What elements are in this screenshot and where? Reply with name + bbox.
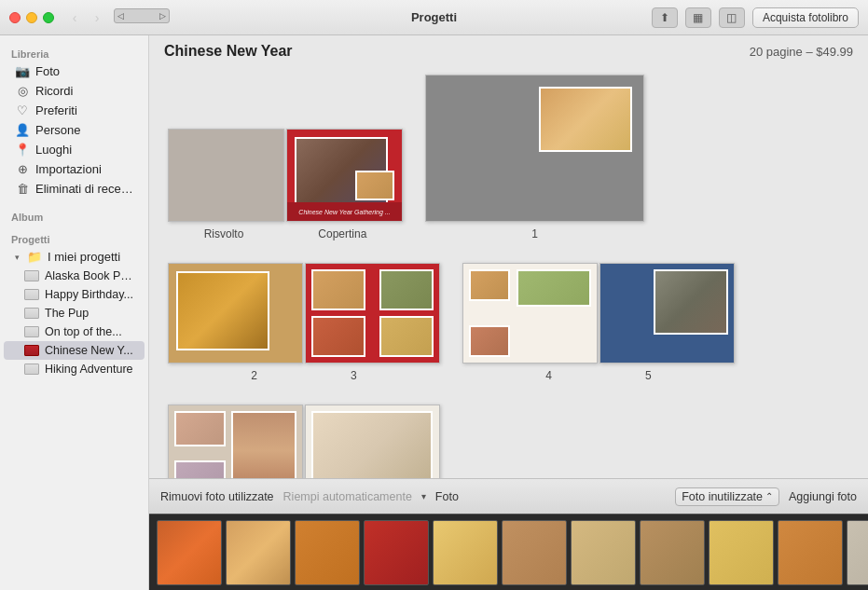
page-2-label: 2 bbox=[251, 369, 257, 382]
titlebar-right: ⬆ ▦ ◫ Acquista fotolibro bbox=[652, 7, 859, 28]
maximize-button[interactable] bbox=[43, 12, 54, 23]
filmstrip-thumb-9[interactable] bbox=[709, 520, 774, 585]
sidebar-item-miei-progetti[interactable]: ▾ 📁 I miei progetti bbox=[4, 247, 145, 267]
fill-auto-button[interactable]: Riempi automaticamente bbox=[283, 490, 412, 503]
p5-photo bbox=[654, 269, 728, 335]
pages-45-spread[interactable] bbox=[462, 263, 735, 364]
page-4[interactable] bbox=[462, 263, 598, 364]
app-body: Libreria 📷 Foto ◎ Ricordi ♡ Preferiti 👤 … bbox=[0, 35, 868, 590]
p7-photo bbox=[311, 411, 433, 478]
window-title: Progetti bbox=[411, 10, 457, 24]
back-cover-label: Risvolto bbox=[204, 227, 244, 240]
filmstrip-thumb-11[interactable] bbox=[847, 520, 868, 585]
bottom-toolbar: Rimuovi foto utilizzate Riempi automatic… bbox=[149, 478, 868, 514]
pages-45-labels: 4 5 bbox=[545, 369, 651, 382]
slider-control[interactable]: ◁ ▷ bbox=[114, 8, 170, 23]
filmstrip-thumb-4[interactable] bbox=[364, 520, 429, 585]
buy-photobook-button[interactable]: Acquista fotolibro bbox=[752, 7, 859, 28]
titlebar: ‹ › ◁ ▷ Progetti ⬆ ▦ ◫ Acquista fotolibr… bbox=[0, 0, 868, 35]
filmstrip-thumb-7[interactable] bbox=[571, 520, 636, 585]
sidebar-item-alaska[interactable]: Alaska Book Pr... bbox=[4, 267, 145, 285]
forward-button[interactable]: › bbox=[88, 8, 106, 27]
sidebar-item-birthday[interactable]: Happy Birthday... bbox=[4, 285, 145, 304]
page-4-label: 4 bbox=[545, 369, 552, 382]
sidebar-item-ricordi[interactable]: ◎ Ricordi bbox=[4, 81, 145, 101]
unused-arrow-icon: ⌃ bbox=[765, 491, 773, 501]
memories-icon: ◎ bbox=[15, 84, 30, 98]
pages-row-1: Chinese New Year Gathering ... Risvolto … bbox=[168, 75, 849, 240]
filmstrip-thumb-8[interactable] bbox=[640, 520, 705, 585]
p4-photo-bl bbox=[469, 325, 510, 357]
filmstrip-thumb-3[interactable] bbox=[295, 520, 360, 585]
sidebar-item-hiking[interactable]: Hiking Adventure bbox=[4, 360, 145, 378]
share-icon-button[interactable]: ⬆ bbox=[652, 7, 678, 28]
folder-icon: 📁 bbox=[27, 250, 42, 264]
filmstrip-thumb-5[interactable] bbox=[433, 520, 498, 585]
sidebar-item-pup[interactable]: The Pup bbox=[4, 304, 145, 322]
pages-23-spread[interactable] bbox=[168, 263, 440, 364]
p3-photo-bl bbox=[311, 316, 365, 357]
unused-photos-dropdown[interactable]: Foto inutilizzate ⌃ bbox=[675, 487, 779, 506]
sidebar-item-luoghi[interactable]: 📍 Luoghi bbox=[4, 140, 145, 159]
p3-photo-br bbox=[379, 316, 434, 357]
page-3[interactable] bbox=[305, 263, 440, 364]
sidebar-icon: ◫ bbox=[726, 11, 737, 24]
page-3-label: 3 bbox=[351, 369, 357, 382]
front-cover-page[interactable]: Chinese New Year Gathering ... bbox=[286, 129, 403, 222]
minimize-button[interactable] bbox=[26, 12, 37, 23]
grid-icon: ▦ bbox=[693, 11, 703, 24]
toolbar-right-group: Foto inutilizzate ⌃ Aggiungi foto bbox=[675, 487, 857, 506]
traffic-lights bbox=[9, 12, 54, 23]
view-toggle-button[interactable]: ▦ bbox=[685, 7, 711, 28]
cover-labels: Risvolto Copertina bbox=[204, 227, 367, 240]
sidebar-item-persone[interactable]: 👤 Persone bbox=[4, 120, 145, 140]
book-icon bbox=[24, 270, 39, 281]
filmstrip-thumb-1[interactable] bbox=[157, 520, 222, 585]
sidebar-item-preferiti[interactable]: ♡ Preferiti bbox=[4, 101, 145, 120]
sidebar-item-eliminati[interactable]: 🗑 Eliminati di recente bbox=[4, 179, 145, 199]
filmstrip-thumb-2[interactable] bbox=[226, 520, 291, 585]
import-icon: ⊕ bbox=[15, 162, 30, 176]
content-area: Chinese New Year 20 pagine – $49.99 bbox=[149, 35, 868, 590]
page-2[interactable] bbox=[168, 263, 303, 364]
libreria-section-label: Libreria bbox=[0, 43, 148, 62]
cover-photo-small bbox=[355, 171, 394, 200]
fill-dropdown-arrow-icon[interactable]: ▾ bbox=[421, 491, 426, 501]
page-6[interactable] bbox=[168, 405, 303, 478]
sidebar-item-importazioni[interactable]: ⊕ Importazioni bbox=[4, 159, 145, 179]
back-button[interactable]: ‹ bbox=[65, 8, 84, 27]
cover-text-band: Chinese New Year Gathering ... bbox=[287, 202, 402, 221]
project-title: Chinese New Year bbox=[164, 43, 293, 60]
camera-icon: 📷 bbox=[15, 64, 30, 78]
share-icon: ⬆ bbox=[660, 11, 669, 24]
project-meta: 20 pagine – $49.99 bbox=[750, 45, 853, 59]
remove-used-button[interactable]: Rimuovi foto utilizzate bbox=[160, 490, 274, 503]
pages-row-3 bbox=[168, 405, 849, 478]
close-button[interactable] bbox=[9, 12, 21, 23]
heart-icon: ♡ bbox=[15, 103, 30, 117]
page-5[interactable] bbox=[599, 263, 735, 364]
cover-spread[interactable]: Chinese New Year Gathering ... bbox=[168, 129, 403, 222]
page-5-label: 5 bbox=[645, 369, 652, 382]
p6-photo-right bbox=[231, 411, 296, 478]
page-1[interactable] bbox=[425, 75, 644, 222]
unused-label: Foto inutilizzate bbox=[682, 490, 763, 503]
pages-67-item bbox=[168, 405, 440, 478]
sidebar-item-ontop[interactable]: On top of the... bbox=[4, 322, 145, 341]
sidebar-toggle-button[interactable]: ◫ bbox=[719, 7, 745, 28]
location-icon: 📍 bbox=[15, 143, 30, 157]
filmstrip-thumb-6[interactable] bbox=[502, 520, 567, 585]
p1-photo bbox=[539, 87, 632, 152]
page-1-item: 1 bbox=[425, 75, 644, 240]
back-cover-page[interactable] bbox=[168, 129, 284, 222]
filmstrip-thumb-10[interactable] bbox=[778, 520, 843, 585]
sidebar-item-chinese[interactable]: Chinese New Y... bbox=[4, 341, 145, 360]
person-icon: 👤 bbox=[15, 123, 30, 137]
add-photo-button[interactable]: Aggiungi foto bbox=[789, 490, 857, 503]
sidebar-item-foto[interactable]: 📷 Foto bbox=[4, 62, 145, 81]
album-section-label: Album bbox=[0, 206, 148, 225]
page-7[interactable] bbox=[305, 405, 440, 478]
pages-67-spread[interactable] bbox=[168, 405, 440, 478]
nav-buttons: ‹ › ◁ ▷ bbox=[65, 8, 170, 27]
pages-row-2: 2 3 bbox=[168, 263, 849, 382]
